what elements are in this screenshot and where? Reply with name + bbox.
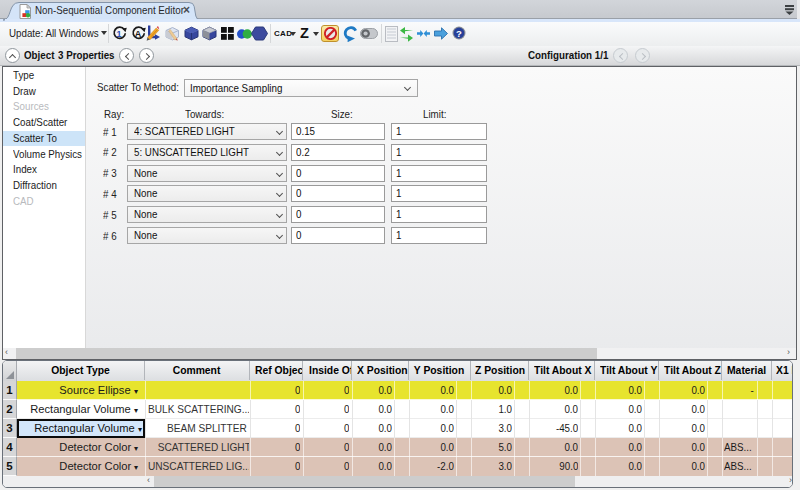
svg-text:1: 1 [116,29,121,39]
svg-text:?: ? [456,28,462,39]
svg-text:A: A [135,29,142,39]
